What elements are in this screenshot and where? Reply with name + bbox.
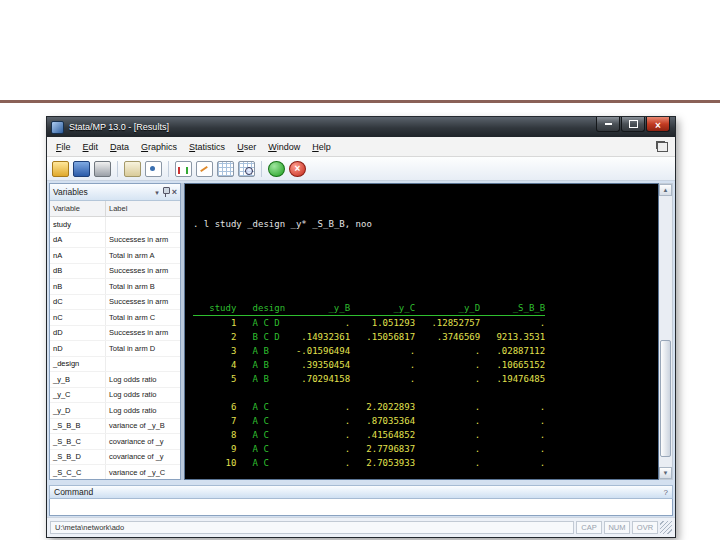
save-icon[interactable] bbox=[73, 161, 90, 177]
child-restore-icon[interactable] bbox=[657, 142, 668, 152]
variable-label: variance of _y_C bbox=[106, 468, 180, 477]
variable-label: covariance of _y bbox=[106, 452, 180, 461]
stata-app-icon bbox=[51, 121, 64, 134]
close-button[interactable] bbox=[646, 117, 670, 132]
log-icon[interactable] bbox=[124, 161, 141, 177]
variable-row[interactable]: nBTotal in arm B bbox=[50, 279, 180, 295]
viewer-icon[interactable] bbox=[145, 161, 162, 177]
menu-edit[interactable]: Edit bbox=[77, 140, 105, 154]
resize-grip[interactable] bbox=[660, 521, 672, 534]
print-icon[interactable] bbox=[94, 161, 111, 177]
table-cell: .41564852 bbox=[350, 428, 415, 442]
variable-row[interactable]: _design bbox=[50, 357, 180, 373]
variable-row[interactable]: _y_DLog odds ratio bbox=[50, 403, 180, 419]
table-cell: 9213.3531 bbox=[480, 330, 545, 344]
results-window[interactable]: . l study _design _y* _S_B_B, noo studyd… bbox=[184, 183, 659, 480]
menu-window[interactable]: Window bbox=[262, 140, 306, 154]
variable-label: Total in arm B bbox=[106, 282, 180, 291]
table-cell: .70294158 bbox=[285, 372, 350, 386]
menu-file[interactable]: File bbox=[50, 140, 77, 154]
column-header-label[interactable]: Label bbox=[106, 204, 180, 213]
variable-label: Log odds ratio bbox=[106, 406, 180, 415]
maximize-icon bbox=[629, 120, 638, 128]
table-cell: A B bbox=[236, 358, 285, 372]
variable-row[interactable]: nATotal in arm A bbox=[50, 248, 180, 264]
table-cell: . bbox=[285, 428, 350, 442]
table-cell: B C D bbox=[236, 330, 285, 344]
variable-row[interactable]: _S_B_Dcovariance of _y bbox=[50, 450, 180, 466]
menu-graphics[interactable]: Graphics bbox=[135, 140, 183, 154]
results-table-row: 1A C D.1.051293.12852757. bbox=[193, 316, 658, 330]
variable-row[interactable]: _y_CLog odds ratio bbox=[50, 388, 180, 404]
toolbar-separator bbox=[168, 161, 169, 177]
variable-row[interactable]: _S_B_Bvariance of _y_B bbox=[50, 419, 180, 435]
variable-label: Log odds ratio bbox=[106, 390, 180, 399]
open-folder-icon[interactable] bbox=[52, 161, 69, 177]
variable-label: Successes in arm bbox=[106, 266, 180, 275]
working-directory: U:\meta\network\ado bbox=[50, 521, 574, 534]
variable-row[interactable]: nCTotal in arm C bbox=[50, 310, 180, 326]
results-table-row: 8A C..41564852.. bbox=[193, 428, 658, 442]
table-cell: 2.2022893 bbox=[350, 400, 415, 414]
variable-name: nB bbox=[50, 279, 106, 294]
variable-name: _design bbox=[50, 357, 106, 372]
menu-user[interactable]: User bbox=[231, 140, 262, 154]
menu-help[interactable]: Help bbox=[306, 140, 337, 154]
variable-label: Successes in arm bbox=[106, 297, 180, 306]
blank-line bbox=[193, 259, 658, 273]
header-cell: study bbox=[193, 301, 236, 315]
variable-row[interactable]: _y_BLog odds ratio bbox=[50, 372, 180, 388]
table-cell: 9 bbox=[193, 442, 236, 456]
chevron-down-icon[interactable] bbox=[155, 188, 159, 197]
scrollbar-thumb[interactable] bbox=[660, 340, 671, 457]
variable-row[interactable]: dASuccesses in arm bbox=[50, 233, 180, 249]
variable-row[interactable]: dDSuccesses in arm bbox=[50, 326, 180, 342]
row-separator bbox=[193, 470, 658, 480]
maximize-button[interactable] bbox=[621, 117, 645, 132]
vertical-scrollbar[interactable] bbox=[659, 183, 673, 480]
table-cell: .10665152 bbox=[480, 358, 545, 372]
command-input[interactable] bbox=[49, 499, 673, 516]
scroll-down-icon[interactable] bbox=[659, 467, 672, 479]
variable-row[interactable]: nDTotal in arm D bbox=[50, 341, 180, 357]
table-cell: 7 bbox=[193, 414, 236, 428]
variable-row[interactable]: dBSuccesses in arm bbox=[50, 264, 180, 280]
table-cell: .39350454 bbox=[285, 358, 350, 372]
command-panel-title: Command bbox=[54, 487, 664, 497]
table-cell: 2 bbox=[193, 330, 236, 344]
menu-data[interactable]: Data bbox=[104, 140, 135, 154]
variables-column-headers: Variable Label bbox=[50, 201, 180, 217]
variable-row[interactable]: _S_C_Cvariance of _y_C bbox=[50, 465, 180, 479]
break-icon[interactable] bbox=[289, 161, 306, 177]
variable-name: dA bbox=[50, 233, 106, 248]
graph-icon[interactable] bbox=[175, 161, 192, 177]
command-help-icon[interactable] bbox=[664, 487, 668, 497]
variables-close-icon[interactable] bbox=[172, 188, 177, 197]
scroll-up-icon[interactable] bbox=[659, 184, 672, 196]
header-cell: _y_B bbox=[285, 301, 350, 315]
table-cell: 1.051293 bbox=[350, 316, 415, 330]
menu-bar: FileEditDataGraphicsStatisticsUserWindow… bbox=[47, 137, 675, 157]
table-cell: 2.7053933 bbox=[350, 456, 415, 470]
minimize-button[interactable] bbox=[596, 117, 620, 132]
variable-name: _y_C bbox=[50, 388, 106, 403]
do-file-editor-icon[interactable] bbox=[196, 161, 213, 177]
variable-row[interactable]: _S_B_Ccovariance of _y bbox=[50, 434, 180, 450]
table-cell: A C bbox=[236, 442, 285, 456]
pin-icon[interactable] bbox=[162, 187, 169, 197]
variable-row[interactable]: dCSuccesses in arm bbox=[50, 295, 180, 311]
table-cell: . bbox=[285, 316, 350, 330]
title-bar[interactable]: Stata/MP 13.0 - [Results] bbox=[47, 117, 675, 137]
row-separator bbox=[193, 386, 658, 400]
variables-panel: Variables Variable Label studydASuccesse… bbox=[49, 183, 181, 480]
data-editor-icon[interactable] bbox=[217, 161, 234, 177]
column-header-variable[interactable]: Variable bbox=[50, 201, 106, 216]
variable-name: dC bbox=[50, 295, 106, 310]
data-browser-icon[interactable] bbox=[238, 161, 255, 177]
variable-row[interactable]: study bbox=[50, 217, 180, 233]
menu-statistics[interactable]: Statistics bbox=[183, 140, 231, 154]
table-cell: .19476485 bbox=[480, 372, 545, 386]
clear-more-icon[interactable] bbox=[268, 161, 285, 177]
variable-name: nC bbox=[50, 310, 106, 325]
variable-label: Total in arm A bbox=[106, 251, 180, 260]
